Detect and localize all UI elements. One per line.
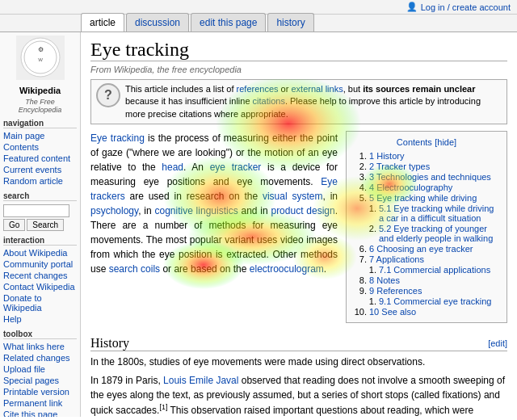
sidebar-item-whatlinks[interactable]: What links here <box>3 341 77 352</box>
search-buttons: Go Search <box>3 219 77 231</box>
eye-tracker-link[interactable]: eye tracker <box>210 162 262 173</box>
wiki-logo: ⚙ W <box>3 36 77 82</box>
javal-link[interactable]: Louis Emile Javal <box>163 375 238 386</box>
main-layout: ⚙ W Wikipedia The Free Encyclopedia navi… <box>0 32 517 417</box>
toc-item-9-1[interactable]: 9.1 Commercial eye tracking <box>379 296 491 306</box>
citations-link[interactable]: citations <box>253 96 285 106</box>
sidebar-item-help[interactable]: Help <box>3 313 77 325</box>
article-paragraph-1: Eye tracking is the process of measuring… <box>90 131 507 276</box>
toc-item-10[interactable]: 10 See also <box>369 307 416 317</box>
svg-text:W: W <box>38 57 43 62</box>
notice-text: This article includes a list of referenc… <box>125 83 502 120</box>
electrooculogram-link[interactable]: electrooculogram <box>250 263 324 275</box>
toc-item-9[interactable]: 9 References <box>369 286 422 296</box>
sidebar-item-upload[interactable]: Upload file <box>3 363 77 375</box>
nav-section-title: navigation <box>3 119 77 128</box>
sidebar-item-main[interactable]: Main page <box>3 130 77 141</box>
history-para-1: In the 1800s, studies of eye movements w… <box>90 355 507 369</box>
go-button[interactable]: Go <box>3 219 25 231</box>
wiki-logo-image: ⚙ W <box>16 36 65 80</box>
sidebar-item-recent[interactable]: Recent changes <box>3 270 77 281</box>
sidebar-item-cite[interactable]: Cite this page <box>3 409 77 417</box>
interaction-section-title: interaction <box>3 236 77 246</box>
sidebar-item-contact[interactable]: Contact Wikipedia <box>3 281 77 292</box>
toolbox-section-title: toolbox <box>3 330 77 339</box>
tab-bar: article discussion edit this page histor… <box>0 15 517 32</box>
search-input[interactable] <box>3 204 69 217</box>
sidebar-item-community[interactable]: Community portal <box>3 258 77 270</box>
history-title: History <box>90 336 129 351</box>
sidebar-item-permanent[interactable]: Permanent link <box>3 397 77 409</box>
sidebar-item-current[interactable]: Current events <box>3 164 77 175</box>
search-button[interactable]: Search <box>27 219 64 231</box>
external-links-link[interactable]: external links <box>291 84 343 94</box>
sidebar-item-contents[interactable]: Contents <box>3 141 77 153</box>
sidebar-item-printable[interactable]: Printable version <box>3 386 77 397</box>
psychology-link[interactable]: psychology <box>90 205 138 216</box>
sidebar-item-related[interactable]: Related changes <box>3 352 77 363</box>
article-body: Eye tracking is the process of measuring… <box>90 131 507 276</box>
tab-discussion[interactable]: discussion <box>126 13 189 32</box>
visual-system-link[interactable]: visual system <box>263 191 323 202</box>
tab-edit[interactable]: edit this page <box>191 13 266 32</box>
history-para-2: In 1879 in Paris, Louis Emile Javal obse… <box>90 373 507 417</box>
sidebar-item-donate[interactable]: Donate to Wikipedia <box>3 292 77 313</box>
login-link[interactable]: Log in / create account <box>421 2 511 12</box>
sidebar-item-special[interactable]: Special pages <box>3 375 77 386</box>
eye-tracking-link[interactable]: Eye tracking <box>90 132 145 144</box>
history-section-header: History [edit] <box>90 336 507 351</box>
content-area: Eye tracking From Wikipedia, the free en… <box>81 32 517 417</box>
toc-item-8[interactable]: 8 Notes <box>369 275 400 285</box>
wiki-title: Wikipedia <box>3 86 77 96</box>
user-icon: 👤 <box>406 2 418 12</box>
cognitive-link[interactable]: cognitive linguistics <box>154 205 237 216</box>
sidebar-item-random[interactable]: Random article <box>3 175 77 187</box>
sidebar-item-featured[interactable]: Featured content <box>3 153 77 164</box>
head-link[interactable]: head <box>162 162 183 173</box>
tab-history[interactable]: history <box>267 13 313 32</box>
unclear-bold: its sources remain unclear <box>363 84 475 94</box>
references-link[interactable]: references <box>237 84 279 94</box>
search-box: Go Search <box>3 204 77 231</box>
page-title: Eye tracking <box>90 39 507 61</box>
page-subtitle: From Wikipedia, the free encyclopedia <box>90 65 507 74</box>
svg-text:⚙: ⚙ <box>37 46 43 53</box>
wiki-subtitle: The Free Encyclopedia <box>3 98 77 114</box>
notice-icon: ? <box>96 83 120 107</box>
heatmap-region: ? This article includes a list of refere… <box>90 79 507 417</box>
search-section-title: search <box>3 191 77 201</box>
search-coils-link[interactable]: search coils <box>109 263 160 275</box>
sidebar-item-about[interactable]: About Wikipedia <box>3 247 77 258</box>
product-design-link[interactable]: product design <box>271 205 334 216</box>
notice-box: ? This article includes a list of refere… <box>90 79 507 124</box>
sidebar: ⚙ W Wikipedia The Free Encyclopedia navi… <box>0 32 81 417</box>
tab-article[interactable]: article <box>81 13 124 32</box>
history-edit-link[interactable]: [edit] <box>488 338 507 348</box>
